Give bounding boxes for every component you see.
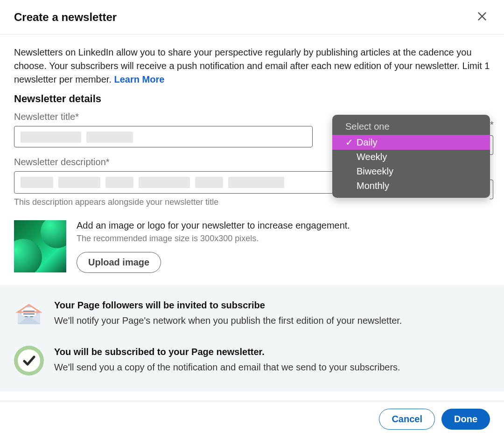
modal-title: Create a newsletter <box>14 11 117 24</box>
modal-footer: Cancel Done <box>0 401 504 439</box>
upload-image-button[interactable]: Upload image <box>77 252 161 273</box>
redacted-text <box>195 177 223 188</box>
dropdown-option-daily[interactable]: ✓ Daily <box>332 135 490 150</box>
cancel-button[interactable]: Cancel <box>379 409 435 430</box>
redacted-text <box>139 177 190 188</box>
info-title-invite: Your Page followers will be invited to s… <box>54 300 402 311</box>
dropdown-option-label: Daily <box>357 137 377 148</box>
newsletter-title-input[interactable] <box>14 126 313 147</box>
dropdown-header: Select one <box>332 119 490 135</box>
modal-body: Newsletters on LinkedIn allow you to sha… <box>0 35 504 401</box>
description-input-edge <box>490 180 493 199</box>
check-circle-icon <box>14 346 44 376</box>
redacted-text <box>228 177 284 188</box>
redacted-text <box>21 177 53 188</box>
info-item-subscribed: You will be subscribed to your Page news… <box>14 346 490 376</box>
envelope-icon <box>14 299 44 329</box>
newsletter-thumbnail <box>14 220 66 272</box>
section-title: Newsletter details <box>14 93 490 105</box>
info-text-invite: Your Page followers will be invited to s… <box>54 299 402 326</box>
redacted-text <box>86 132 133 143</box>
done-button[interactable]: Done <box>441 409 490 430</box>
dropdown-option-label: Monthly <box>357 181 389 191</box>
close-button[interactable] <box>474 8 490 26</box>
frequency-select-edge <box>490 135 493 155</box>
checkmark-icon: ✓ <box>345 137 352 148</box>
dropdown-option-label: Biweekly <box>357 166 393 177</box>
svg-point-10 <box>18 349 40 372</box>
intro-text: Newsletters on LinkedIn allow you to sha… <box>14 47 490 84</box>
image-sub-text: The recommended image size is 300x300 pi… <box>77 234 350 244</box>
learn-more-link[interactable]: Learn More <box>114 74 165 84</box>
dropdown-option-monthly[interactable]: Monthly <box>332 179 490 193</box>
modal-header: Create a newsletter <box>0 0 504 35</box>
info-item-invite: Your Page followers will be invited to s… <box>14 299 490 329</box>
description-helper-text: This description appears alongside your … <box>14 197 490 207</box>
dropdown-option-weekly[interactable]: Weekly <box>332 150 490 164</box>
dropdown-option-biweekly[interactable]: Biweekly <box>332 164 490 179</box>
image-lead-text: Add an image or logo for your newsletter… <box>77 220 350 231</box>
image-upload-row: Add an image or logo for your newsletter… <box>14 220 490 273</box>
frequency-asterisk: * <box>490 119 494 130</box>
newsletter-title-field: Newsletter title* <box>14 111 313 147</box>
frequency-dropdown[interactable]: Select one ✓ Daily Weekly Biweekly Month… <box>332 115 490 198</box>
dropdown-option-label: Weekly <box>357 152 387 162</box>
redacted-text <box>105 177 133 188</box>
info-panel: Your Page followers will be invited to s… <box>0 285 504 391</box>
redacted-text <box>21 132 81 143</box>
info-text-subscribed: You will be subscribed to your Page news… <box>54 346 400 373</box>
intro-paragraph: Newsletters on LinkedIn allow you to sha… <box>14 46 490 86</box>
close-icon <box>476 10 488 22</box>
create-newsletter-modal: Create a newsletter Newsletters on Linke… <box>0 0 504 439</box>
image-upload-text: Add an image or logo for your newsletter… <box>77 220 350 273</box>
info-body-subscribed: We'll send you a copy of the notificatio… <box>54 362 400 373</box>
newsletter-title-label: Newsletter title* <box>14 111 313 122</box>
redacted-text <box>58 177 100 188</box>
info-body-invite: We'll notify your Page's network when yo… <box>54 315 402 326</box>
info-title-subscribed: You will be subscribed to your Page news… <box>54 347 400 357</box>
